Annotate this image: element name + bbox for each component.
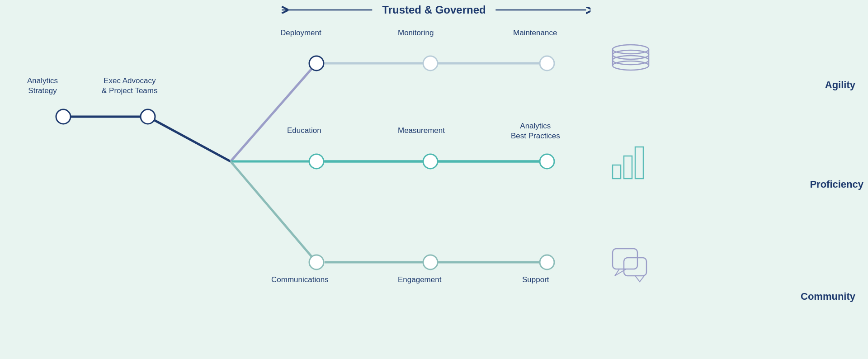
education-label: Education (287, 126, 321, 136)
svg-line-4 (231, 63, 316, 161)
support-node (540, 255, 554, 269)
support-label: Support (522, 275, 549, 285)
svg-rect-23 (635, 147, 643, 179)
svg-point-15 (613, 61, 649, 70)
svg-rect-22 (624, 156, 632, 179)
measurement-label: Measurement (398, 126, 445, 136)
monitoring-node (423, 56, 438, 71)
svg-rect-21 (613, 165, 621, 179)
agility-icon (613, 45, 649, 70)
proficiency-label: Proficiency (810, 179, 863, 190)
community-label: Community (801, 291, 855, 302)
analytics-bp-label: AnalyticsBest Practices (511, 121, 560, 141)
svg-line-3 (148, 117, 231, 161)
proficiency-icon (613, 147, 643, 179)
exec-advocacy-node (141, 109, 155, 124)
svg-point-17 (613, 50, 649, 59)
agility-label: Agility (825, 79, 855, 91)
deployment-node (309, 56, 324, 71)
measurement-node (423, 154, 438, 169)
engagement-node (423, 255, 438, 269)
svg-rect-26 (624, 258, 646, 276)
engagement-label: Engagement (398, 275, 441, 285)
communications-label: Communications (271, 275, 329, 285)
svg-point-18 (613, 45, 649, 54)
analytics-strategy-label: Analytics Strategy (27, 76, 58, 96)
analytics-bp-node (540, 154, 554, 169)
maintenance-node (540, 56, 554, 71)
svg-marker-27 (635, 276, 644, 282)
diagram-svg (0, 0, 868, 359)
deployment-label: Deployment (280, 28, 321, 38)
maintenance-label: Maintenance (513, 28, 557, 38)
monitoring-label: Monitoring (398, 28, 434, 38)
communications-node (309, 255, 324, 269)
education-node (309, 154, 324, 169)
svg-point-16 (613, 56, 649, 65)
analytics-strategy-node (56, 109, 71, 124)
exec-advocacy-label: Exec Advocacy& Project Teams (102, 76, 157, 96)
community-icon (613, 249, 646, 282)
main-container: Trusted & Governed (0, 0, 868, 359)
svg-line-6 (231, 161, 316, 262)
